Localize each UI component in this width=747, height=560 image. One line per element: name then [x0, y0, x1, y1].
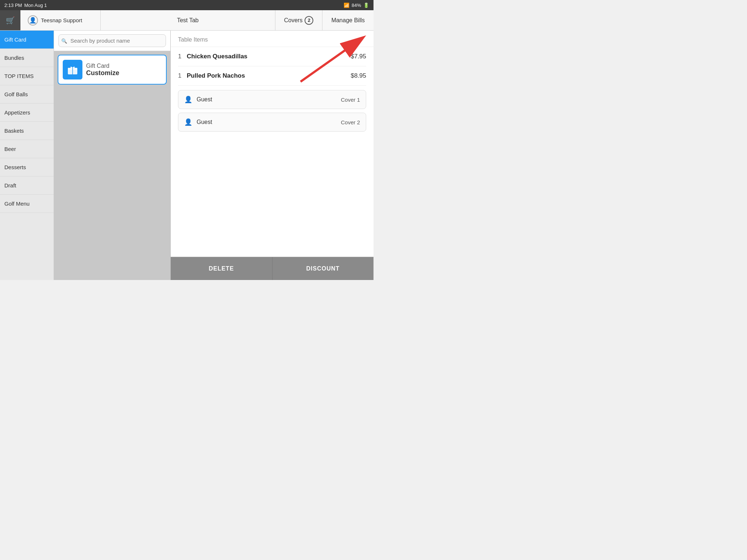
date: Mon Aug 1 — [24, 3, 47, 8]
cover-label-1: Guest — [197, 96, 336, 103]
battery-level: 84% — [352, 3, 361, 8]
status-bar: 2:13 PM Mon Aug 1 📶 84% 🔋 — [0, 0, 374, 10]
covers-label: Covers — [284, 17, 303, 24]
cart-icon[interactable]: 🛒 — [0, 10, 20, 30]
time: 2:13 PM — [4, 3, 22, 8]
category-sidebar: Gift Card Bundles TOP ITEMS Golf Balls A… — [0, 31, 54, 280]
sidebar-item-top-items[interactable]: TOP ITEMS — [0, 67, 54, 85]
battery-icon: 🔋 — [363, 3, 369, 8]
order-name-2: Pulled Pork Nachos — [187, 72, 351, 79]
product-card-sub: Customize — [86, 69, 119, 77]
cover-num-2: Cover 2 — [341, 119, 360, 125]
product-panel: Gift Card Customize — [54, 31, 171, 280]
test-tab[interactable]: Test Tab — [101, 10, 275, 30]
sidebar-item-gift-card[interactable]: Gift Card — [0, 31, 54, 49]
order-item-2[interactable]: 1 Pulled Pork Nachos $8.95 — [178, 66, 366, 86]
cover-item-2[interactable]: 👤 Guest Cover 2 — [178, 113, 366, 132]
order-item-1[interactable]: 1 Chicken Quesadillas $7.95 — [178, 47, 366, 66]
sidebar-item-golf-balls[interactable]: Golf Balls — [0, 85, 54, 104]
sidebar-item-draft[interactable]: Draft — [0, 176, 54, 195]
sidebar-item-beer[interactable]: Beer — [0, 140, 54, 158]
cover-icon-2: 👤 — [184, 118, 192, 126]
search-input[interactable] — [58, 34, 166, 47]
sidebar-item-baskets[interactable]: Baskets — [0, 122, 54, 140]
gift-card-product[interactable]: Gift Card Customize — [58, 55, 167, 85]
gift-card-icon — [63, 60, 82, 79]
order-price-2: $8.95 — [351, 72, 366, 79]
main-layout: Gift Card Bundles TOP ITEMS Golf Balls A… — [0, 31, 374, 280]
order-qty-2: 1 — [178, 72, 187, 79]
user-avatar-icon: 👤 — [28, 15, 38, 26]
covers-list: 👤 Guest Cover 1 👤 Guest Cover 2 — [171, 86, 374, 136]
order-price-1: $7.95 — [351, 53, 366, 60]
sidebar-item-appetizers[interactable]: Appetizers — [0, 104, 54, 122]
user-name: Teesnap Support — [41, 17, 82, 23]
product-card-name: Gift Card — [86, 63, 119, 69]
table-items-header: Table Items — [171, 31, 374, 47]
right-panel: Table Items 1 Chicken Quesadillas $7.95 … — [171, 31, 374, 280]
user-profile[interactable]: 👤 Teesnap Support — [20, 10, 101, 30]
bottom-buttons: DELETE DISCOUNT — [171, 257, 374, 280]
wifi-icon: 📶 — [344, 3, 349, 8]
top-nav: 🛒 👤 Teesnap Support Test Tab Covers 2 Ma… — [0, 10, 374, 31]
covers-badge: 2 — [305, 16, 313, 25]
cover-label-2: Guest — [197, 119, 336, 125]
sidebar-item-desserts[interactable]: Desserts — [0, 158, 54, 176]
sidebar-item-bundles[interactable]: Bundles — [0, 49, 54, 67]
covers-tab[interactable]: Covers 2 — [275, 10, 323, 30]
order-name-1: Chicken Quesadillas — [187, 53, 351, 60]
sidebar-item-golf-menu[interactable]: Golf Menu — [0, 195, 54, 213]
cover-item-1[interactable]: 👤 Guest Cover 1 — [178, 90, 366, 109]
discount-button[interactable]: DISCOUNT — [272, 257, 374, 280]
cover-num-1: Cover 1 — [341, 97, 360, 103]
search-bar — [54, 31, 170, 51]
product-grid: Gift Card Customize — [54, 51, 170, 280]
cover-icon-1: 👤 — [184, 96, 192, 104]
manage-bills-tab[interactable]: Manage Bills — [322, 10, 374, 30]
order-list: 1 Chicken Quesadillas $7.95 1 Pulled Por… — [171, 47, 374, 86]
order-qty-1: 1 — [178, 53, 187, 60]
delete-button[interactable]: DELETE — [171, 257, 272, 280]
